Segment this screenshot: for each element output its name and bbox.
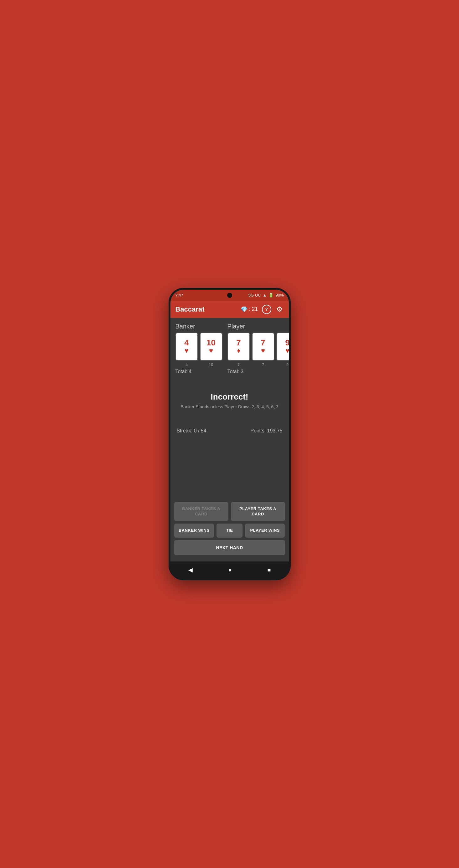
player-card-1-value: 7 [236,339,240,347]
game-area: Banker 4 ♥ 10 ♥ 4 10 Total: 4 [170,318,289,499]
banker-label: Banker [175,323,223,330]
app-header: Baccarat 💎 : 21 ? ⚙ [170,301,289,318]
player-card-2-label: 7 [252,363,275,367]
banker-card-1: 4 ♥ [175,333,198,361]
player-card-3: 9 ♥ [276,333,291,361]
player-card-2-value: 7 [261,339,265,347]
battery-icon: 🔋 [268,293,274,298]
banker-card-2-suit: ♥ [209,347,213,355]
banker-card-1-value: 4 [184,339,189,347]
gear-icon: ⚙ [276,305,283,313]
bottom-area: BANKER TAKES A CARD PLAYER TAKES A CARD … [170,499,289,562]
player-card-1-suit: ♦ [237,347,240,355]
status-time: 7:47 [175,293,183,298]
banker-card-2: 10 ♥ [200,333,223,361]
result-title: Incorrect! [180,392,279,402]
settings-button[interactable]: ⚙ [275,305,284,314]
banker-cards-row: 4 ♥ 10 ♥ [175,333,223,361]
gem-score-display: 💎 : 21 [240,306,258,313]
gem-icon: 💎 [240,306,248,313]
hands-row: Banker 4 ♥ 10 ♥ 4 10 Total: 4 [175,323,284,374]
nav-home-button[interactable]: ● [221,565,239,575]
result-subtitle: Banker Stands unless Player Draws 2, 3, … [180,404,279,409]
player-takes-card-button[interactable]: PLAYER TAKES A CARD [231,502,285,521]
camera-notch [227,293,232,298]
player-card-1-label: 7 [227,363,250,367]
banker-takes-card-button[interactable]: BANKER TAKES A CARD [174,502,228,521]
points-stat: Points: 193.75 [250,428,282,434]
next-hand-button[interactable]: NEXT HAND [174,540,285,555]
nav-bar: ◀ ● ■ [170,561,289,578]
banker-card-1-suit: ♥ [184,347,189,355]
player-card-3-label: 9 [276,363,291,367]
tie-button[interactable]: TIE [217,524,242,538]
gem-score-value: : [249,306,250,312]
banker-wins-button[interactable]: BANKER WINS [174,524,214,538]
result-section: Incorrect! Banker Stands unless Player D… [175,379,284,422]
nav-back-button[interactable]: ◀ [181,565,200,575]
player-card-3-suit: ♥ [285,347,289,355]
player-card-2: 7 ♥ [252,333,275,361]
player-card-1: 7 ♦ [227,333,250,361]
signal-icon: ▲ [263,293,267,298]
player-cards-row: 7 ♦ 7 ♥ 9 ♥ [227,333,291,361]
header-right: 💎 : 21 ? ⚙ [240,305,284,314]
banker-total: Total: 4 [175,369,223,374]
player-wins-button[interactable]: PLAYER WINS [245,524,285,538]
help-button[interactable]: ? [262,305,271,314]
battery-level: 90% [276,293,284,298]
network-status: 5G UC [249,293,261,298]
stats-row: Streak: 0 / 54 Points: 193.75 [175,424,284,437]
nav-recent-button[interactable]: ■ [260,565,279,575]
app-title: Baccarat [175,305,205,313]
outcome-buttons-row: BANKER WINS TIE PLAYER WINS [174,524,285,538]
help-icon: ? [265,307,267,312]
phone-frame: 7:47 5G UC ▲ 🔋 90% Baccarat 💎 : 21 ? ⚙ [169,288,291,581]
player-card-3-value: 9 [285,339,289,347]
banker-card-2-value: 10 [206,339,216,347]
gem-count: 21 [252,306,258,312]
player-hand: Player 7 ♦ 7 ♥ 9 ♥ 7 [227,323,291,374]
status-bar: 7:47 5G UC ▲ 🔋 90% [170,290,289,301]
banker-card-2-label: 10 [200,363,223,367]
status-right: 5G UC ▲ 🔋 90% [249,293,284,298]
streak-stat: Streak: 0 / 54 [177,428,206,434]
draw-buttons-row: BANKER TAKES A CARD PLAYER TAKES A CARD [174,502,285,521]
player-card-2-suit: ♥ [261,347,265,355]
banker-card-1-label: 4 [175,363,198,367]
player-total: Total: 3 [227,369,291,374]
player-label: Player [227,323,291,330]
banker-hand: Banker 4 ♥ 10 ♥ 4 10 Total: 4 [175,323,223,374]
